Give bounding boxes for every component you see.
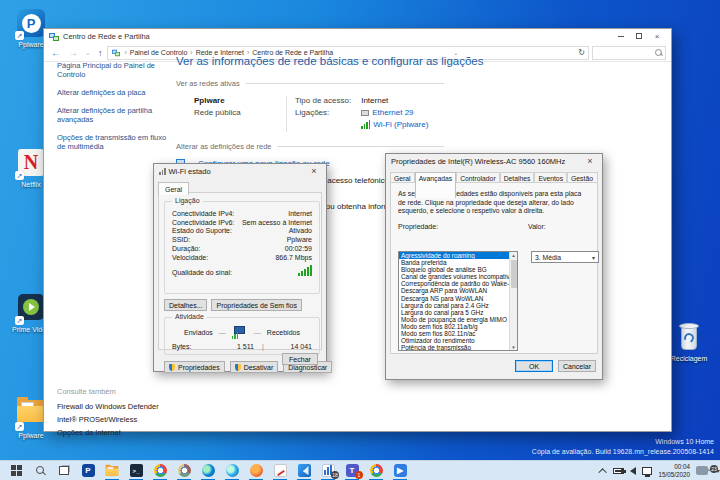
row-label: Conectividade IPv4:	[172, 210, 234, 219]
sidebar-item-adapter-settings[interactable]: Alterar definições da placa	[57, 88, 175, 97]
taskbar-item-terminal[interactable]: >_	[124, 461, 148, 480]
sidebar-item-internet-options[interactable]: Opções da Internet	[57, 428, 175, 437]
taskbar-search-button[interactable]	[28, 461, 52, 480]
property-item[interactable]: Potência de transmissão	[399, 344, 509, 350]
property-item[interactable]: Descarga ARP para WoWLAN	[399, 287, 509, 294]
details-button[interactable]: Detalhes...	[164, 299, 207, 311]
taskbar-item-teams[interactable]: T1	[340, 461, 364, 480]
intel-dialog-titlebar[interactable]: Propriedades de Intel(R) Wireless-AC 956…	[386, 154, 602, 168]
chrome-profile-icon	[370, 464, 383, 477]
row-label: Velocidade:	[172, 254, 208, 263]
property-item[interactable]: Modo sem fios 802.11n/ac	[399, 330, 509, 337]
row-value: 00:02:59	[285, 245, 312, 254]
value-dropdown[interactable]: 3. Média ▾	[531, 251, 599, 263]
taskbar-item-pplware[interactable]: P	[76, 461, 100, 480]
vscode-icon	[298, 464, 311, 477]
taskbar-item-chrome-beta[interactable]	[172, 461, 196, 480]
taskbar-item-edge-dev[interactable]	[220, 461, 244, 480]
tab-avancadas[interactable]: Avançadas	[415, 172, 457, 198]
back-button[interactable]: ←	[49, 45, 63, 61]
wifi-dialog-titlebar[interactable]: Wi-Fi estado ×	[154, 164, 326, 178]
forward-button[interactable]: →	[66, 45, 80, 61]
property-item[interactable]: Otimizador do rendimento	[399, 337, 509, 344]
see-also-section: Consulte também Firewall do Windows Defe…	[57, 387, 175, 441]
taskbar-item-vscode[interactable]	[292, 461, 316, 480]
scroll-down-icon[interactable]: ▾	[512, 344, 515, 350]
recent-pages-chevron-icon[interactable]: ⌄	[83, 45, 93, 61]
taskbar-clock[interactable]: 00:04 15/05/2020	[658, 463, 690, 478]
properties-button[interactable]: Propriedades	[164, 361, 225, 373]
sidebar-item-firewall[interactable]: Firewall do Windows Defender	[57, 402, 175, 411]
listbox-scrollbar[interactable]: ▴ ▾	[509, 252, 517, 350]
property-item[interactable]: Descarga NS para WoWLAN	[399, 295, 509, 302]
property-item[interactable]: Largura do canal para 2.4 GHz	[399, 302, 509, 309]
property-item[interactable]: Modo sem fios 802.11a/b/g	[399, 323, 509, 330]
close-button[interactable]: ×	[648, 30, 666, 44]
evaluation-watermark: Windows 10 Home Cópia de avaliação. Buil…	[532, 437, 714, 457]
property-item-selected[interactable]: Agressividade do roaming	[399, 252, 509, 259]
scrollbar-thumb[interactable]	[511, 260, 517, 288]
wireless-properties-button[interactable]: Propriedades de Sem fios	[211, 299, 302, 311]
property-item[interactable]: Canal de grandes volumes incompatível	[399, 273, 509, 280]
taskbar-item-brave[interactable]	[244, 461, 268, 480]
cancel-button[interactable]: Cancelar	[558, 360, 596, 372]
ethernet-connection-link[interactable]: Ethernet 29	[372, 108, 413, 117]
row-value: Ativado	[289, 227, 312, 236]
network-name: Pplware	[194, 96, 225, 105]
property-item[interactable]: Correspondência de padrão do Wake-on	[399, 280, 509, 287]
wifi-dialog-title: Wi-Fi estado	[169, 167, 308, 176]
task-view-icon	[59, 466, 69, 475]
chrome-beta-icon	[178, 464, 191, 477]
disable-button[interactable]: Desativar	[230, 361, 279, 373]
search-icon	[655, 49, 663, 57]
property-item[interactable]: Modo de poupança de energia MIMO	[399, 316, 509, 323]
shortcut-arrow-icon: ↗	[15, 31, 24, 40]
taskbar-item-chrome-profile[interactable]	[364, 461, 388, 480]
edge-icon	[202, 464, 215, 477]
taskbar-item-file-explorer[interactable]	[100, 461, 124, 480]
intel-adapter-properties-dialog: Propriedades de Intel(R) Wireless-AC 956…	[385, 153, 603, 380]
property-item[interactable]: Bloqueio global de análise BG	[399, 266, 509, 273]
close-icon[interactable]: ×	[307, 166, 321, 176]
scroll-up-icon[interactable]: ▴	[512, 252, 515, 258]
property-item[interactable]: Banda preferida	[399, 259, 509, 266]
notification-badge: 18	[331, 471, 339, 479]
shortcut-arrow-icon: ↗	[15, 316, 24, 325]
close-icon[interactable]: ×	[583, 156, 597, 166]
wifi-connection-link[interactable]: Wi-Fi (Pplware)	[373, 120, 428, 129]
ok-button[interactable]: OK	[515, 360, 553, 372]
active-networks-header: Ver as redes ativas	[176, 79, 240, 88]
property-listbox[interactable]: Agressividade do roaming Banda preferida…	[398, 251, 518, 351]
sidebar-item-home[interactable]: Página Principal do Painel de Controlo	[57, 61, 175, 79]
property-item[interactable]: Largura do canal para 5 GHz	[399, 309, 509, 316]
sidebar-item-media-streaming[interactable]: Opções de transmissão em fluxo de multim…	[57, 133, 175, 151]
minimize-button[interactable]	[612, 30, 630, 44]
terminal-icon: >_	[130, 464, 143, 477]
ethernet-icon	[361, 110, 369, 116]
clock-date: 15/05/2020	[658, 471, 690, 479]
task-view-button[interactable]	[52, 461, 76, 480]
up-button[interactable]: ↑	[96, 45, 105, 61]
edge-dev-icon	[226, 464, 239, 477]
network-tray-icon[interactable]	[642, 467, 652, 475]
uac-shield-icon	[169, 364, 175, 371]
titlebar[interactable]: Centro de Rede e Partilha ×	[44, 29, 671, 44]
meet-now-icon[interactable]	[696, 466, 708, 475]
tab-geral[interactable]: Geral	[158, 182, 189, 195]
access-type-label: Tipo de acesso:	[295, 96, 351, 105]
taskbar-item-movies-tv[interactable]: ▶	[388, 461, 412, 480]
network-type: Rede pública	[194, 108, 286, 117]
taskbar-item-chrome[interactable]	[148, 461, 172, 480]
sidebar-item-intel-proset[interactable]: Intel® PROSet/Wireless	[57, 415, 175, 424]
taskbar-item-edge[interactable]	[196, 461, 220, 480]
volume-icon[interactable]	[630, 467, 636, 475]
close-dialog-button[interactable]: Fechar	[282, 353, 318, 365]
chrome-icon	[154, 464, 167, 477]
windows-desktop: { "desktop": { "icons": { "pplware_app":…	[0, 0, 720, 480]
sidebar-item-sharing-settings[interactable]: Alterar definições de partilha avançadas	[57, 106, 175, 124]
taskbar-item-stats-app[interactable]: 18	[316, 461, 340, 480]
start-button[interactable]	[4, 461, 28, 480]
taskbar-item-pen-app[interactable]	[268, 461, 292, 480]
tray-overflow-chevron-icon[interactable]	[599, 468, 607, 476]
maximize-button[interactable]	[630, 30, 648, 44]
